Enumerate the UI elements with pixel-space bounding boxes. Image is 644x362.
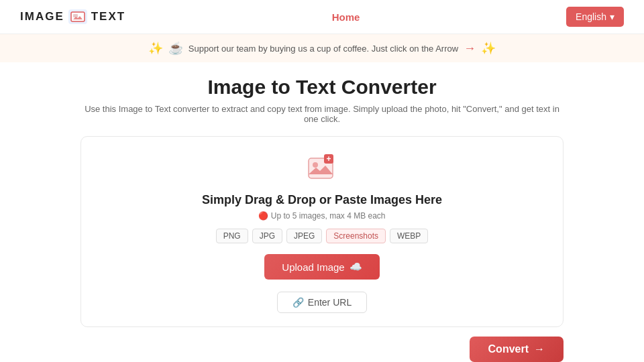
- page-title: Image to Text Converter: [80, 76, 564, 99]
- drag-drop-title: Simply Drag & Drop or Paste Images Here: [95, 193, 549, 207]
- upload-actions: Upload Image ☁️: [95, 254, 549, 286]
- announcement-banner: ✨ ☕ Support our team by buying us a cup …: [0, 34, 644, 62]
- language-button[interactable]: English ▾: [566, 7, 624, 27]
- logo: IMAGE TEXT: [20, 9, 125, 24]
- cloud-icon: ☁️: [350, 261, 362, 273]
- page-subtitle: Use this Image to Text converter to extr…: [80, 104, 564, 124]
- upload-icon: +: [305, 153, 339, 186]
- upload-limit: 🔴 Up to 5 images, max 4 MB each: [95, 211, 549, 221]
- badge-jpg: JPG: [252, 229, 282, 243]
- header: IMAGE TEXT Home English ▾: [0, 0, 644, 34]
- svg-point-4: [313, 162, 318, 168]
- format-badges: PNG JPG JPEG Screenshots WEBP: [95, 229, 549, 243]
- limit-text: Up to 5 images, max 4 MB each: [271, 211, 386, 221]
- limit-icon: 🔴: [258, 211, 268, 221]
- convert-button[interactable]: Convert →: [470, 337, 564, 362]
- nav: Home: [332, 11, 360, 23]
- badge-jpeg: JPEG: [286, 229, 322, 243]
- logo-icon: [68, 9, 87, 24]
- svg-text:+: +: [326, 154, 331, 164]
- main-content: Image to Text Converter Use this Image t…: [67, 62, 577, 362]
- banner-emoji-right: ✨: [481, 41, 496, 56]
- logo-text-text: TEXT: [91, 10, 125, 23]
- banner-emoji-coffee: ☕: [168, 41, 183, 56]
- convert-row: Convert →: [80, 337, 564, 362]
- banner-text: Support our team by buying us a cup of c…: [189, 44, 458, 54]
- banner-emoji-left: ✨: [148, 41, 163, 56]
- badge-png: PNG: [216, 229, 248, 243]
- upload-image-button[interactable]: Upload Image ☁️: [264, 254, 379, 280]
- badge-webp: WEBP: [390, 229, 428, 243]
- svg-rect-1: [73, 14, 78, 17]
- badge-screenshots: Screenshots: [326, 229, 386, 243]
- logo-text-image: IMAGE: [20, 10, 64, 23]
- enter-url-button[interactable]: 🔗 Enter URL: [277, 292, 367, 313]
- nav-home[interactable]: Home: [332, 11, 360, 23]
- banner-arrow: →: [464, 42, 476, 56]
- link-icon: 🔗: [292, 297, 304, 308]
- upload-box: + Simply Drag & Drop or Paste Images Her…: [80, 136, 564, 327]
